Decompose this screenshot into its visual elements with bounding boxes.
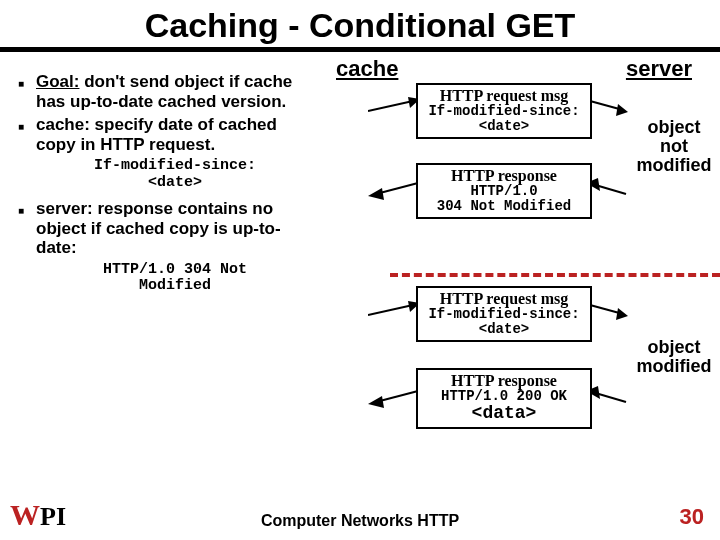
box-title: HTTP response — [420, 167, 588, 184]
server-header: server — [626, 56, 692, 82]
box-title: HTTP request msg — [420, 290, 588, 307]
box-line: HTTP/1.0 — [420, 184, 588, 199]
code-line: HTTP/1.0 304 Not — [42, 262, 308, 279]
svg-marker-11 — [616, 308, 628, 320]
code-sub-1: If-modified-since: <date> — [42, 158, 308, 191]
code-line: If-modified-since: — [42, 158, 308, 175]
bullet-1: ■ Goal: don't send object if cache has u… — [18, 72, 308, 111]
bullet-dot: ■ — [18, 199, 36, 258]
bullet-column: ■ Goal: don't send object if cache has u… — [18, 58, 308, 478]
bullet-2: ■ cache: specify date of cached copy in … — [18, 115, 308, 154]
note-line: modified — [634, 357, 714, 376]
box-line: If-modified-since: — [420, 307, 588, 322]
response-box-2: HTTP response HTTP/1.0 200 OK <data> — [416, 368, 592, 429]
box-title: HTTP response — [420, 372, 588, 389]
title-rule — [0, 47, 720, 52]
code-sub-2: HTTP/1.0 304 Not Modified — [42, 262, 308, 295]
diagram-column: cache server HTTP request msg If-modifie… — [308, 58, 712, 478]
note-modified: object modified — [634, 338, 714, 376]
box-data: <data> — [420, 404, 588, 423]
code-line: <date> — [42, 175, 308, 192]
svg-marker-3 — [616, 104, 628, 116]
goal-label: Goal: — [36, 72, 79, 91]
divider-dashed — [390, 273, 720, 277]
box-line: <date> — [420, 322, 588, 337]
box-line: HTTP/1.0 200 OK — [420, 389, 588, 404]
svg-line-8 — [368, 305, 413, 315]
response-box-1: HTTP response HTTP/1.0 304 Not Modified — [416, 163, 592, 219]
svg-marker-13 — [368, 396, 384, 408]
page-number: 30 — [680, 504, 704, 530]
note-line: object — [634, 338, 714, 357]
box-line: If-modified-since: — [420, 104, 588, 119]
logo-w: W — [10, 500, 40, 530]
svg-marker-5 — [368, 188, 384, 200]
code-line: Modified — [42, 278, 308, 295]
note-not-modified: object not modified — [634, 118, 714, 175]
bullet-dot: ■ — [18, 115, 36, 154]
wpi-logo: WPI — [10, 500, 66, 530]
cache-header: cache — [336, 56, 398, 82]
note-line: object — [634, 118, 714, 137]
note-line: modified — [634, 156, 714, 175]
request-box-1: HTTP request msg If-modified-since: <dat… — [416, 83, 592, 139]
svg-line-0 — [368, 101, 413, 111]
bullet-3: ■ server: response contains no object if… — [18, 199, 308, 258]
box-title: HTTP request msg — [420, 87, 588, 104]
logo-pi: PI — [40, 504, 66, 530]
request-box-2: HTTP request msg If-modified-since: <dat… — [416, 286, 592, 342]
note-line: not — [634, 137, 714, 156]
main-content: ■ Goal: don't send object if cache has u… — [0, 58, 720, 478]
bullet-3-text: server: response contains no object if c… — [36, 199, 308, 258]
bullet-dot: ■ — [18, 72, 36, 111]
bullet-2-text: cache: specify date of cached copy in HT… — [36, 115, 308, 154]
box-line: <date> — [420, 119, 588, 134]
box-line: 304 Not Modified — [420, 199, 588, 214]
slide-title: Caching - Conditional GET — [0, 0, 720, 47]
footer-text: Computer Networks HTTP — [261, 512, 459, 530]
